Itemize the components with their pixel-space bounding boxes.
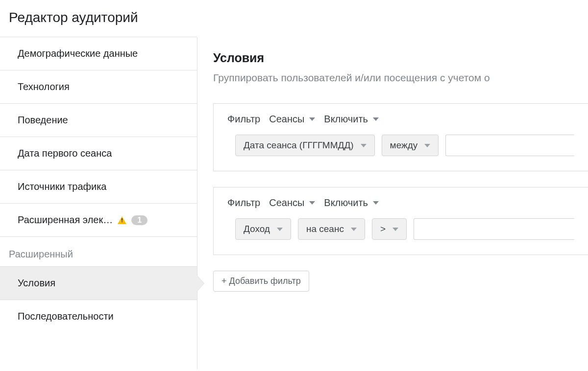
filter-body: Дата сеанса (ГГГГММДД) между xyxy=(214,135,588,171)
sidebar-item-label: Последовательности xyxy=(18,311,114,322)
filter-scope-value: Сеансы xyxy=(269,114,304,125)
sidebar-item-traffic-sources[interactable]: Источники трафика xyxy=(0,170,197,204)
filter-body: Доход на сеанс > xyxy=(214,218,588,255)
sidebar-item-demographics[interactable]: Демографические данные xyxy=(0,37,197,70)
caret-down-icon xyxy=(277,228,283,231)
filter-label: Фильтр xyxy=(227,114,260,125)
filter-scope-dropdown[interactable]: Сеансы xyxy=(269,197,315,209)
sidebar-item-label: Источники трафика xyxy=(18,181,106,192)
metric-chip[interactable]: Доход xyxy=(235,218,291,240)
filter-header: Фильтр Сеансы Включить xyxy=(214,104,588,135)
chip-label: > xyxy=(380,224,386,234)
sidebar-item-label: Демографические данные xyxy=(18,48,138,59)
sidebar-group-label: Расширенный xyxy=(0,237,197,267)
caret-down-icon xyxy=(361,144,367,147)
chip-label: между xyxy=(390,140,418,151)
sidebar: Демографические данные Технология Поведе… xyxy=(0,37,197,369)
caret-down-icon xyxy=(373,201,379,205)
caret-down-icon xyxy=(309,117,315,121)
chip-label: на сеанс xyxy=(306,224,344,234)
count-badge: 1 xyxy=(131,215,147,225)
filter-mode-dropdown[interactable]: Включить xyxy=(324,114,379,125)
sidebar-item-label: Расширенная элек… xyxy=(18,214,113,226)
sidebar-item-first-session-date[interactable]: Дата первого сеанса xyxy=(0,137,197,170)
sidebar-item-sequences[interactable]: Последовательности xyxy=(0,300,197,333)
operator-chip[interactable]: между xyxy=(382,135,439,156)
filter-scope-value: Сеансы xyxy=(269,197,304,209)
filter-label: Фильтр xyxy=(227,197,260,209)
sidebar-item-label: Технология xyxy=(18,81,70,93)
section-subtitle: Группировать пользователей и/или посещен… xyxy=(213,72,588,84)
sidebar-item-technology[interactable]: Технология xyxy=(0,70,197,104)
caret-down-icon xyxy=(373,117,379,121)
filter-header: Фильтр Сеансы Включить xyxy=(214,187,588,218)
sidebar-item-label: Дата первого сеанса xyxy=(18,148,112,159)
filter-block: Фильтр Сеансы Включить Доход на сеанс xyxy=(213,187,588,255)
filter-value-input[interactable] xyxy=(445,135,574,156)
filter-mode-dropdown[interactable]: Включить xyxy=(324,197,379,209)
section-title: Условия xyxy=(213,51,588,65)
main-panel: Условия Группировать пользователей и/или… xyxy=(197,37,588,369)
chip-label: Доход xyxy=(244,224,270,234)
warning-icon xyxy=(118,216,126,224)
caret-down-icon xyxy=(392,228,398,231)
sidebar-item-label: Условия xyxy=(18,278,55,289)
filter-block: Фильтр Сеансы Включить Дата сеанса (ГГГГ… xyxy=(213,103,588,171)
caret-down-icon xyxy=(351,228,357,231)
sidebar-item-label: Поведение xyxy=(18,115,68,126)
filter-value-input[interactable] xyxy=(414,218,574,240)
filter-mode-value: Включить xyxy=(324,197,368,209)
add-filter-button[interactable]: + Добавить фильтр xyxy=(213,271,309,292)
dimension-chip[interactable]: Дата сеанса (ГГГГММДД) xyxy=(235,135,375,156)
scope-chip[interactable]: на сеанс xyxy=(298,218,365,240)
comparison-chip[interactable]: > xyxy=(372,218,407,240)
filter-mode-value: Включить xyxy=(324,114,368,125)
sidebar-item-behavior[interactable]: Поведение xyxy=(0,103,197,137)
caret-down-icon xyxy=(424,144,430,147)
sidebar-item-conditions[interactable]: Условия xyxy=(0,266,197,300)
filter-scope-dropdown[interactable]: Сеансы xyxy=(269,114,315,125)
chip-label: Дата сеанса (ГГГГММДД) xyxy=(244,140,354,151)
sidebar-item-enhanced-ecommerce[interactable]: Расширенная элек… 1 xyxy=(0,203,197,237)
caret-down-icon xyxy=(309,201,315,205)
page-title: Редактор аудиторий xyxy=(0,0,588,37)
